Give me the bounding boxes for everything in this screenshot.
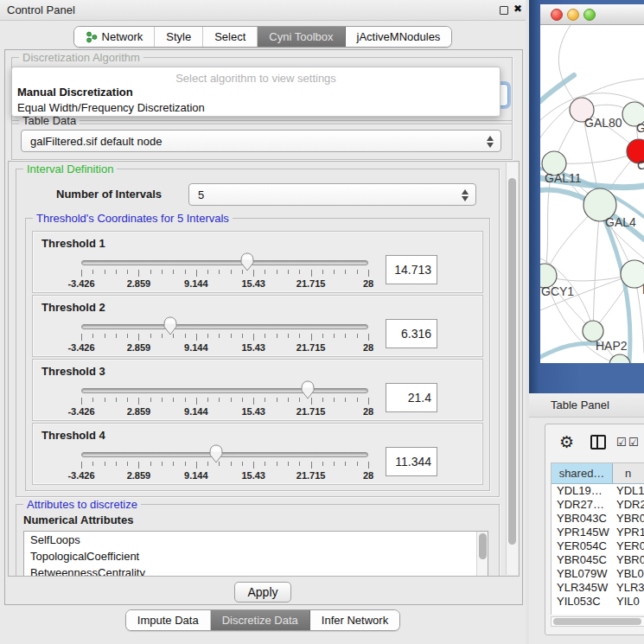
column-header-shared-name[interactable]: shared…: [552, 463, 613, 483]
slider-track[interactable]: [81, 452, 368, 457]
threshold-value-field[interactable]: 6.316: [386, 319, 437, 348]
tick-label: 2.859: [127, 470, 151, 481]
tab-cyni-toolbox[interactable]: Cyni Toolbox: [258, 27, 345, 47]
scrollbar-thumb[interactable]: [508, 178, 516, 545]
table-row[interactable]: YBR045CYBR0: [552, 553, 644, 567]
threshold-value-field[interactable]: 21.4: [386, 383, 437, 412]
close-traffic-light-icon[interactable]: [551, 9, 563, 21]
dropdown-option-manual-discretization[interactable]: Manual Discretization: [12, 85, 500, 100]
panel-vertical-scrollbar[interactable]: [506, 163, 518, 575]
table-panel: Table Panel ⚙ ☑ ☑ shared… n YDL19…YDL1YD…: [529, 393, 644, 644]
threshold-value-field[interactable]: 14.713: [386, 255, 437, 284]
table-rows: YDL19…YDL1YDR27…YDR2YBR043CYBR0YPR145WYP…: [552, 484, 644, 609]
network-view-window: GAL80GCGAL11GAL4GCY1HHAP2: [529, 0, 644, 393]
table-data-selected-value: galFiltered.sif default node: [30, 135, 162, 148]
table-cell: YDL19…: [552, 484, 613, 498]
number-of-intervals-combobox[interactable]: 5: [188, 183, 476, 206]
attributes-scrollbar[interactable]: [476, 532, 488, 577]
checkbox-icon[interactable]: ☑: [628, 436, 639, 449]
control-panel-window: Control Panel ✖ NetworkStyleSelectCyni T…: [0, 0, 526, 644]
tab-jactivemnodules[interactable]: jActiveMNodules: [346, 27, 452, 47]
slider-thumb-icon[interactable]: [239, 252, 255, 271]
node-table: shared… n YDL19…YDL1YDR27…YDR2YBR043CYBR…: [551, 462, 644, 615]
tick-label: 15.43: [241, 278, 265, 289]
table-row[interactable]: YLR345WYLR3: [552, 581, 644, 595]
table-row[interactable]: YPR145WYPR1: [552, 526, 644, 539]
dropdown-option-equal-width-frequency[interactable]: Equal Width/Frequency Discretization: [12, 100, 500, 116]
close-icon[interactable]: ✖: [513, 3, 522, 15]
top-tab-bar: NetworkStyleSelectCyni ToolboxjActiveMNo…: [0, 26, 526, 48]
table-cell: YER054C: [552, 539, 613, 553]
attribute-item-topologicalcoefficient[interactable]: TopologicalCoefficient: [24, 548, 488, 564]
float-window-icon[interactable]: [500, 6, 508, 15]
table-cell: YDR2: [613, 498, 644, 512]
tick-label: 28: [363, 470, 373, 481]
scrollbar-thumb[interactable]: [553, 618, 641, 625]
attribute-item-betweennesscentrality[interactable]: BetweennessCentrality: [24, 564, 488, 577]
slider-thumb-icon[interactable]: [300, 380, 316, 399]
apply-button[interactable]: Apply: [234, 582, 291, 603]
network-edge: [554, 151, 639, 163]
group-title: Threshold's Coordinates for 5 Intervals: [33, 212, 233, 225]
table-cell: YBR0: [613, 553, 644, 567]
threshold-slider[interactable]: -3.4262.8599.14415.4321.71528: [81, 424, 368, 486]
network-edge: [593, 205, 600, 331]
tick-label: 21.715: [296, 470, 326, 481]
attribute-items: SelfLoopsTopologicalCoefficientBetweenne…: [24, 532, 488, 577]
column-header-name[interactable]: n: [613, 463, 644, 483]
numerical-attributes-list[interactable]: SelfLoopsTopologicalCoefficientBetweenne…: [23, 531, 488, 577]
checkbox-icon[interactable]: ☑: [616, 436, 627, 449]
split-view-icon[interactable]: [590, 435, 606, 450]
node-label: GCY1: [541, 284, 574, 298]
threshold-slider[interactable]: -3.4262.8599.14415.4321.71528: [81, 360, 368, 422]
slider-thumb-icon[interactable]: [208, 444, 224, 463]
network-node-h[interactable]: [621, 260, 644, 288]
tab-impute-data[interactable]: Impute Data: [126, 610, 211, 630]
table-cell: YDR27…: [552, 498, 613, 512]
tab-style[interactable]: Style: [155, 27, 203, 47]
node-label: C: [637, 158, 644, 172]
table-data-combobox[interactable]: galFiltered.sif default node: [21, 130, 501, 152]
attributes-to-discretize-group: Attributes to discretize Numerical Attri…: [16, 504, 500, 577]
table-cell: YBR045C: [552, 553, 613, 567]
minimize-traffic-light-icon[interactable]: [567, 9, 579, 21]
slider-track[interactable]: [81, 324, 368, 329]
gear-icon[interactable]: ⚙: [559, 432, 574, 451]
tick-label: 2.859: [127, 342, 151, 353]
network-edge-thick: [540, 75, 574, 101]
table-cell: YBR0: [613, 512, 644, 526]
slider-track[interactable]: [81, 388, 368, 393]
tab-label: Infer Network: [322, 614, 388, 627]
tick-label: -3.426: [67, 470, 94, 481]
network-icon: [86, 31, 98, 43]
zoom-traffic-light-icon[interactable]: [583, 9, 596, 21]
tab-network[interactable]: Network: [74, 27, 156, 47]
table-cell: YPR145W: [552, 526, 613, 539]
tab-select[interactable]: Select: [203, 27, 258, 47]
tab-infer-network[interactable]: Infer Network: [310, 610, 399, 630]
table-row[interactable]: YBR043CYBR0: [552, 512, 644, 526]
threshold-value-field[interactable]: 11.344: [386, 447, 437, 476]
combo-arrows-icon: [487, 135, 494, 149]
slider-thumb-icon[interactable]: [163, 316, 178, 335]
table-row[interactable]: YDL19…YDL1: [552, 484, 644, 498]
table-row[interactable]: YIL053CYIL0: [552, 595, 644, 609]
slider-track[interactable]: [81, 260, 368, 265]
number-of-intervals-value: 5: [198, 188, 204, 201]
network-canvas[interactable]: GAL80GCGAL11GAL4GCY1HHAP2: [540, 25, 644, 363]
tab-label: Discretize Data: [222, 614, 298, 627]
table-panel-title: Table Panel: [551, 399, 609, 411]
threshold-slider[interactable]: -3.4262.8599.14415.4321.71528: [81, 296, 368, 358]
tab-discretize-data[interactable]: Discretize Data: [211, 610, 310, 630]
table-cell: YDL1: [613, 484, 644, 498]
table-horizontal-scrollbar[interactable]: [551, 616, 644, 627]
tick-label: 21.715: [296, 342, 326, 353]
table-row[interactable]: YBL079WYBL0: [552, 567, 644, 581]
threshold-slider[interactable]: -3.4262.8599.14415.4321.71528: [81, 232, 368, 294]
table-row[interactable]: YDR27…YDR2: [552, 498, 644, 512]
table-row[interactable]: YER054CYER0: [552, 539, 644, 553]
tick-label: 9.144: [184, 470, 208, 481]
scrollbar-thumb[interactable]: [479, 533, 487, 559]
tick-label: 28: [363, 406, 373, 417]
attribute-item-selfloops[interactable]: SelfLoops: [24, 532, 488, 548]
